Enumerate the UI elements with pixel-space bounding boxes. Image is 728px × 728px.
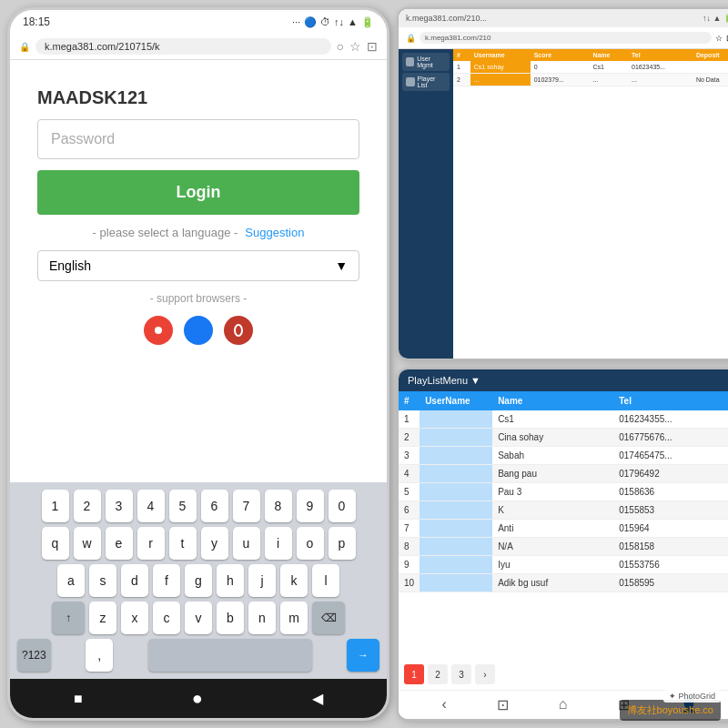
key-0[interactable]: 0 [329, 490, 356, 522]
key-p[interactable]: p [329, 527, 356, 560]
screenshot-container: 18:15 ··· 🔵 ⏱ ↑↓ ▲ 🔋 🔒 k.mega381.com/210… [0, 0, 728, 728]
key-u[interactable]: u [233, 527, 260, 560]
home-btn[interactable]: ⌂ [559, 696, 568, 713]
browser-icons: ○ ☆ ⊡ [337, 39, 378, 54]
playlist-table: # UserName Name Tel 1Cs1016234355...2Cin… [399, 391, 728, 592]
comma-key[interactable]: , [86, 639, 113, 672]
key-e[interactable]: e [106, 527, 133, 560]
playlist-header: PlayListMenu ▼ [399, 369, 728, 391]
key-x[interactable]: x [121, 602, 148, 634]
sidebar-item-user-mgmt[interactable]: User Mgmt [402, 53, 450, 71]
back-button[interactable]: ◀ [312, 690, 323, 707]
bottom-row: ?123 , → [14, 639, 383, 672]
backspace-key[interactable]: ⌫ [312, 602, 345, 634]
sidebar-item-player-list[interactable]: Player List [402, 73, 450, 91]
support-text: - support browsers - [37, 292, 359, 305]
qwerty-row: q w e r t y u i o p [14, 527, 383, 560]
language-dropdown[interactable]: English ▼ [37, 250, 359, 281]
symbol-key[interactable]: ?123 [17, 639, 51, 672]
keyboard[interactable]: 1 2 3 4 5 6 7 8 9 0 q w e r t y u i [10, 482, 387, 679]
key-y[interactable]: y [201, 527, 228, 560]
key-h[interactable]: h [217, 564, 244, 597]
phone-left: 18:15 ··· 🔵 ⏱ ↑↓ ▲ 🔋 🔒 k.mega381.com/210… [7, 7, 389, 721]
table-header-row: # UserName Name Tel [399, 391, 728, 410]
status-bar: 18:15 ··· 🔵 ⏱ ↑↓ ▲ 🔋 [10, 10, 387, 34]
opera-icon [224, 316, 253, 345]
lock-icon: 🔒 [19, 42, 30, 52]
key-q[interactable]: q [42, 527, 69, 560]
key-n[interactable]: n [248, 602, 276, 634]
page-1-button[interactable]: 1 [404, 664, 424, 684]
key-v[interactable]: v [185, 602, 212, 634]
table-row: 1Cs1016234355... [399, 410, 728, 429]
key-2[interactable]: 2 [74, 490, 101, 522]
key-m[interactable]: m [280, 602, 308, 634]
key-g[interactable]: g [185, 564, 212, 597]
table-row: 2 ... 0102379... ... ... No Data [453, 74, 728, 86]
login-content: MAADSK121 Password Login - please select… [10, 60, 387, 482]
key-i[interactable]: i [265, 527, 292, 560]
key-7[interactable]: 7 [233, 490, 260, 522]
landscape-browser[interactable]: 🔒 k.mega381.com/210 ☆ ⊡ [399, 27, 728, 49]
key-8[interactable]: 8 [265, 490, 292, 522]
svg-point-1 [155, 327, 162, 334]
key-b[interactable]: b [217, 602, 244, 634]
url-bar[interactable]: k.mega381.com/210715/k [35, 38, 331, 55]
landscape-main: User Mgmt Player List # Username Scor [399, 49, 728, 359]
key-s[interactable]: s [89, 564, 116, 597]
square-button[interactable]: ■ [74, 691, 83, 707]
home-icon[interactable]: ⊡ [497, 696, 509, 713]
landscape-sidebar: User Mgmt Player List [399, 49, 453, 359]
star-icon[interactable]: ☆ [349, 39, 361, 54]
key-d[interactable]: d [121, 564, 148, 597]
user-mgmt-icon [406, 57, 414, 66]
page-3-button[interactable]: 3 [451, 664, 471, 684]
key-4[interactable]: 4 [137, 490, 165, 522]
key-w[interactable]: w [74, 527, 101, 560]
key-f[interactable]: f [153, 564, 180, 597]
key-1[interactable]: 1 [42, 490, 69, 522]
browser-bar[interactable]: 🔒 k.mega381.com/210715/k ○ ☆ ⊡ [10, 34, 387, 60]
login-button[interactable]: Login [37, 170, 359, 215]
key-l[interactable]: l [312, 564, 339, 597]
enter-key[interactable]: → [347, 639, 379, 672]
landscape-status: k.mega381.com/210... ↑↓ ▲ 🔋 [399, 9, 728, 27]
col-tel: Tel [613, 391, 728, 410]
page-next-button[interactable]: › [475, 664, 495, 684]
landscape-url[interactable]: k.mega381.com/210 [420, 32, 712, 44]
col-name-ls: Name [589, 49, 628, 61]
key-z[interactable]: z [89, 602, 116, 634]
suggestion-link[interactable]: Suggestion [245, 226, 304, 239]
password-field[interactable]: Password [37, 119, 359, 159]
key-t[interactable]: t [169, 527, 197, 560]
col-tel-ls: Tel [628, 49, 693, 61]
table-row: 2Cina sohay016775676... [399, 429, 728, 447]
pagination: 1 2 3 › [399, 659, 728, 690]
search-icon[interactable]: ○ [337, 39, 344, 54]
key-3[interactable]: 3 [106, 490, 133, 522]
shift-key[interactable]: ↑ [52, 602, 85, 634]
star-icon-ls[interactable]: ☆ [715, 34, 723, 43]
key-9[interactable]: 9 [297, 490, 324, 522]
col-username: UserName [420, 391, 492, 410]
browser-logos [37, 316, 359, 345]
key-c[interactable]: c [153, 602, 180, 634]
language-row: - please select a language - Suggestion [37, 226, 359, 239]
table-row: 1 Cs1 sohay 0 Cs1 01623435... [453, 61, 728, 74]
back-icon[interactable]: ‹ [442, 696, 447, 713]
tabs-icon[interactable]: ⊡ [367, 39, 378, 54]
language-hint: - please select a language - [93, 226, 238, 239]
key-o[interactable]: o [297, 527, 324, 560]
key-5[interactable]: 5 [169, 490, 197, 522]
number-row: 1 2 3 4 5 6 7 8 9 0 [14, 490, 383, 522]
key-a[interactable]: a [57, 564, 85, 597]
space-key[interactable] [148, 639, 312, 672]
key-j[interactable]: j [248, 564, 276, 597]
home-button[interactable]: ● [192, 688, 203, 709]
key-r[interactable]: r [137, 527, 165, 560]
page-2-button[interactable]: 2 [428, 664, 448, 684]
key-6[interactable]: 6 [201, 490, 228, 522]
key-k[interactable]: k [280, 564, 308, 597]
playlist-menu-label[interactable]: PlayListMenu ▼ [408, 375, 480, 386]
watermark: 博友社boyoushe.co [620, 700, 721, 721]
